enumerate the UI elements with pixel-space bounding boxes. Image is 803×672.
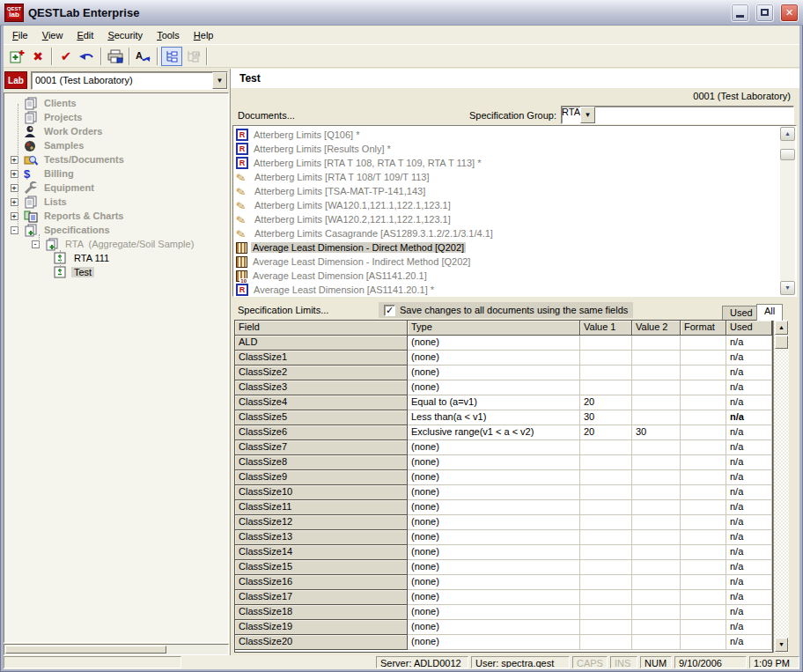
cell-format[interactable]: [681, 410, 726, 425]
cell-format[interactable]: [681, 605, 726, 620]
cell-type[interactable]: (none): [408, 560, 580, 575]
cell-value2[interactable]: [632, 530, 681, 545]
cell-value2[interactable]: [632, 620, 681, 635]
cell-format[interactable]: [681, 575, 726, 590]
cell-format[interactable]: [681, 395, 726, 410]
table-row[interactable]: ClassSize20 (none) n/a: [235, 635, 772, 650]
cell-type[interactable]: (none): [408, 620, 580, 635]
cell-value2[interactable]: [632, 485, 681, 500]
cell-type[interactable]: (none): [408, 455, 580, 470]
table-row[interactable]: ClassSize11 (none) n/a: [235, 500, 772, 515]
cell-type[interactable]: (none): [408, 530, 580, 545]
cell-type[interactable]: (none): [408, 336, 580, 351]
cell-value2[interactable]: [632, 351, 681, 366]
table-row[interactable]: ClassSize16 (none) n/a: [235, 575, 772, 590]
cell-format[interactable]: [681, 515, 726, 530]
cell-value1[interactable]: [580, 336, 632, 351]
cell-type[interactable]: (none): [408, 590, 580, 605]
lab-combobox-arrow-icon[interactable]: ▼: [212, 72, 227, 89]
table-row[interactable]: ClassSize3 (none) n/a: [235, 380, 772, 395]
cell-format[interactable]: [681, 336, 726, 351]
table-row[interactable]: ClassSize8 (none) n/a: [235, 455, 772, 470]
tree-item-rta-111[interactable]: RTA 111: [4, 251, 228, 265]
table-row[interactable]: ClassSize6 Exclusive range(v1 < a < v2) …: [235, 425, 772, 440]
cell-type[interactable]: (none): [408, 351, 580, 366]
document-item[interactable]: RAtterberg Limits [Q106] *: [233, 128, 796, 142]
cell-value2[interactable]: [632, 410, 681, 425]
column-header-type[interactable]: Type: [408, 321, 580, 336]
cell-format[interactable]: [681, 530, 726, 545]
cell-type[interactable]: Equal to (a=v1): [408, 395, 580, 410]
cell-format[interactable]: [681, 620, 726, 635]
menu-file[interactable]: File: [6, 28, 34, 42]
table-row[interactable]: ClassSize17 (none) n/a: [235, 590, 772, 605]
print-button[interactable]: [105, 47, 126, 66]
table-row[interactable]: ClassSize4 Equal to (a=v1) 20 n/a: [235, 395, 772, 410]
cell-type[interactable]: (none): [408, 545, 580, 560]
cell-format[interactable]: [681, 380, 726, 395]
tree-item-billing[interactable]: + $ Billing: [4, 166, 228, 181]
table-row[interactable]: ClassSize13 (none) n/a: [235, 530, 772, 545]
cell-value1[interactable]: [580, 590, 632, 605]
tree-item-reports-charts[interactable]: + Reports & Charts: [4, 209, 228, 223]
table-row[interactable]: ClassSize15 (none) n/a: [235, 560, 772, 575]
cell-format[interactable]: [681, 485, 726, 500]
menu-security[interactable]: Security: [101, 28, 149, 42]
column-header-value1[interactable]: Value 1: [580, 321, 632, 336]
table-row[interactable]: ClassSize9 (none) n/a: [235, 470, 772, 485]
cell-format[interactable]: [681, 455, 726, 470]
maximize-button[interactable]: [755, 4, 774, 22]
scroll-down-button[interactable]: ▼: [780, 281, 795, 295]
scroll-up-button[interactable]: ▲: [775, 321, 788, 335]
cell-value1[interactable]: [580, 500, 632, 515]
apply-button[interactable]: ✔: [55, 47, 77, 66]
table-row[interactable]: ClassSize19 (none) n/a: [235, 620, 772, 635]
cell-value2[interactable]: [632, 605, 681, 620]
cell-value1[interactable]: [580, 515, 632, 530]
cell-value1[interactable]: [580, 455, 632, 470]
cell-format[interactable]: [681, 560, 726, 575]
document-item[interactable]: ✎Atterberg Limits [RTA T 108/T 109/T 113…: [233, 170, 796, 184]
column-header-value2[interactable]: Value 2: [632, 321, 681, 336]
spec-group-arrow-icon[interactable]: ▼: [580, 107, 595, 123]
cell-value1[interactable]: 20: [580, 425, 632, 440]
scrollbar-thumb[interactable]: [775, 336, 788, 349]
cell-value2[interactable]: [632, 455, 681, 470]
cell-type[interactable]: (none): [408, 470, 580, 485]
column-header-field[interactable]: Field: [235, 321, 408, 336]
cell-value1[interactable]: 20: [580, 395, 632, 410]
cell-value2[interactable]: [632, 635, 681, 650]
cell-format[interactable]: [681, 425, 726, 440]
cell-value2[interactable]: [632, 545, 681, 560]
panel-splitter[interactable]: [230, 69, 231, 655]
cell-value2[interactable]: [632, 515, 681, 530]
cell-type[interactable]: Exclusive range(v1 < a < v2): [408, 425, 580, 440]
cell-value2[interactable]: [632, 560, 681, 575]
rename-button[interactable]: A: [133, 47, 154, 66]
table-row[interactable]: ClassSize5 Less than(a < v1) 30 n/a: [235, 410, 772, 425]
document-item[interactable]: 10Average Least Dimension [AS1141.20.1]: [233, 269, 796, 283]
table-row[interactable]: ClassSize10 (none) n/a: [235, 485, 772, 500]
tree-item-equipment[interactable]: + Equipment: [4, 181, 228, 195]
table-row[interactable]: ClassSize18 (none) n/a: [235, 605, 772, 620]
cell-value1[interactable]: [580, 575, 632, 590]
cell-format[interactable]: [681, 590, 726, 605]
table-row[interactable]: ClassSize7 (none) n/a: [235, 440, 772, 455]
tree-item-test[interactable]: Test: [4, 265, 228, 279]
cell-value2[interactable]: 30: [632, 425, 681, 440]
tree-item-projects[interactable]: Projects: [4, 110, 228, 124]
column-header-format[interactable]: Format: [681, 321, 726, 336]
cell-type[interactable]: (none): [408, 515, 580, 530]
tree-view-button[interactable]: [161, 47, 182, 66]
menu-tools[interactable]: Tools: [151, 28, 186, 42]
table-row[interactable]: ClassSize2 (none) n/a: [235, 366, 772, 380]
cell-format[interactable]: [681, 635, 726, 650]
cell-value1[interactable]: [580, 351, 632, 366]
cell-value2[interactable]: [632, 336, 681, 351]
close-button[interactable]: ✕: [780, 4, 799, 22]
cell-format[interactable]: [681, 470, 726, 485]
document-item[interactable]: RAtterberg Limits [Results Only] *: [233, 142, 796, 156]
cell-format[interactable]: [681, 545, 726, 560]
lab-combobox[interactable]: 0001 (Test Laboratory) ▼: [31, 71, 228, 90]
menu-view[interactable]: View: [36, 28, 70, 42]
